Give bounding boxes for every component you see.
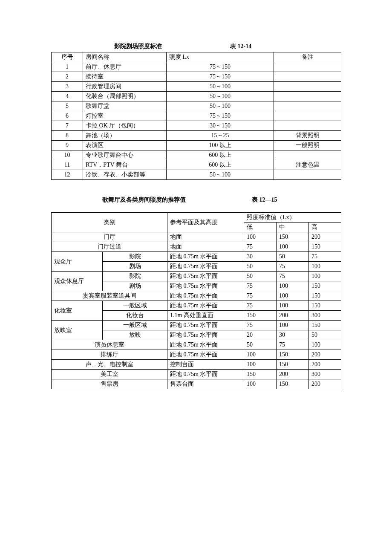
table-cell: 100 [309,340,341,350]
table-cell: 30～150 [167,121,274,131]
table-cell: 75 [277,262,309,272]
table-row: 门厅过道地面75100150 [52,242,341,252]
table-cell: 地面 [167,242,244,252]
table-cell: 300 [309,311,341,321]
table-cell: 灯控室 [83,111,167,121]
table-cell: 100 [277,281,309,291]
table-row: 演员休息室距地 0.75m 水平面5075100 [52,340,341,350]
table-row: 化妆室一般区域距地 0.75m 水平面75100150 [52,301,341,311]
table-cell: 距地 0.75m 水平面 [167,301,244,311]
table-cell: 200 [309,360,341,370]
table1-header-row: 序号 房间名称 照度 Lx 备注 [52,52,341,62]
table-cell: 150 [244,311,277,321]
table-cell: 75 [277,340,309,350]
table-cell: 100 [244,232,277,242]
table2-header-row1: 类别 参考平面及其高度 照度标准值（Lx） [52,213,341,223]
table-cell [274,150,341,160]
table-row: 声、光、电控制室控制台面100150200 [52,360,341,370]
table-cell: 100 [277,301,309,311]
table-cell: 距地 0.75m 水平面 [167,291,244,301]
table-row: 1前厅、休息厅75～150 [52,62,341,72]
table-cell: 冷饮、存衣、小卖部等 [83,170,167,180]
table-cell: 75 [244,291,277,301]
table-cell: 距地 0.75m 水平面 [167,321,244,330]
table-cell: 15～25 [167,131,274,141]
table-cell: 距地 0.75m 水平面 [167,340,244,350]
table-cell: 150 [309,301,341,311]
table-cell: 150 [309,281,341,291]
th-reference: 参考平面及其高度 [167,213,244,232]
table-cell: 12 [52,170,83,180]
table-cell: 演员休息室 [52,340,167,350]
table-row: 8舞池（场）15～25背景照明 [52,131,341,141]
table-cell: 150 [244,370,277,379]
table-cell: 150 [277,232,309,242]
table-cell: 8 [52,131,83,141]
table-cell: 9 [52,141,83,150]
table-cell: 150 [277,350,309,360]
table-cell: 门厅过道 [52,242,167,252]
table-cell: 50 [309,330,341,340]
table-cell: 600 以上 [167,150,274,160]
table-row: 9表演区100 以上一般照明 [52,141,341,150]
table-cell: 影院 [103,272,167,281]
table-cell: 100 [244,350,277,360]
table-cell: 200 [309,379,341,389]
table-cell: 30 [244,252,277,262]
table-cell: 50 [244,262,277,272]
table-cell: 1 [52,62,83,72]
table-cell: 3 [52,82,83,92]
table-cell: 150 [309,291,341,301]
table-cell: 200 [277,370,309,379]
table1-title-row: 影院剧场照度标准 表 12-14 [51,43,341,50]
table-cell: 75 [244,281,277,291]
table-cell: 贵宾室服装室道具间 [52,291,167,301]
table-cell: 75 [244,242,277,252]
table-cell: 前厅、休息厅 [83,62,167,72]
table-cell: 距地 0.75m 水平面 [167,330,244,340]
table-cell: 观众厅 [52,252,103,272]
table-cell: 注意色温 [274,160,341,170]
table-cell: 7 [52,121,83,131]
table-cell: 150 [309,321,341,330]
table-cell: 100 [277,321,309,330]
table-cell: 50～100 [167,92,274,101]
table-cell: 5 [52,101,83,111]
table-cell: 75 [244,301,277,311]
table-cell: 75 [309,252,341,262]
table-cell: 100 [244,379,277,389]
table-row: 7卡拉 OK 厅（包间）30～150 [52,121,341,131]
table-cell: 100 [309,272,341,281]
table-cell: 4 [52,92,83,101]
table-cell [274,62,341,72]
table-cell: 放映 [103,330,167,340]
table-cell [274,82,341,92]
table-cell: 距地 0.75m 水平面 [167,262,244,272]
table-cell: 200 [277,311,309,321]
table-cell: 100 [244,360,277,370]
table-cell: 50 [244,272,277,281]
table-row: 6灯控室75～150 [52,111,341,121]
table-cell: 75 [277,272,309,281]
table-cell: 舞池（场） [83,131,167,141]
table-cell: 300 [309,370,341,379]
table-row: 排练厅距地 0.75m 水平面100150200 [52,350,341,360]
table-cell: 排练厅 [52,350,167,360]
th-lux: 照度 Lx [167,52,274,62]
table-cell: 50 [244,340,277,350]
table-cell: 11 [52,160,83,170]
table-row: 11RTV，PTV 舞台600 以上注意色温 [52,160,341,170]
table-row: 5歌舞厅堂50～100 [52,101,341,111]
table-cell [274,121,341,131]
table-cell: 放映室 [52,321,103,340]
table-cell: 20 [244,330,277,340]
table-cell: 1.1m 高处垂直面 [167,311,244,321]
table-cell: 200 [309,350,341,360]
table-row: 门厅地面100150200 [52,232,341,242]
table-cell: 剧场 [103,262,167,272]
th-remark: 备注 [274,52,341,62]
table-cell: RTV，PTV 舞台 [83,160,167,170]
table-cell: 声、光、电控制室 [52,360,167,370]
table2-title-row: 歌舞厅及各类房间照度的推荐值 表 12—15 [51,196,341,204]
table-cell: 50～100 [167,101,274,111]
